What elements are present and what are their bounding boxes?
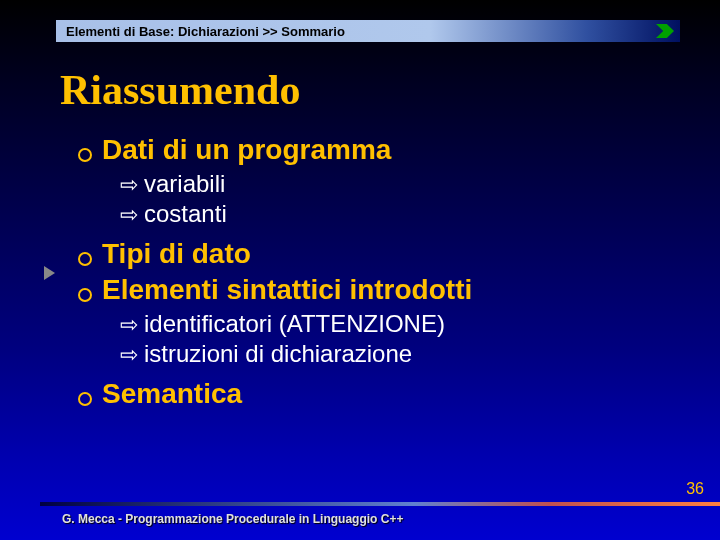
sub-bullet-text: identificatori (ATTENZIONE) xyxy=(144,310,445,338)
arrow-icon: ⇨ xyxy=(120,202,138,228)
sub-bullet-item: ⇨ istruzioni di dichiarazione xyxy=(120,340,680,368)
pointer-icon xyxy=(44,266,55,280)
sub-bullet-text: variabili xyxy=(144,170,225,198)
footer-divider xyxy=(40,502,720,506)
bullet-item: Elementi sintattici introdotti xyxy=(78,274,680,306)
footer-author: G. Mecca - Programmazione Procedurale in… xyxy=(62,512,403,526)
sub-bullet-item: ⇨ costanti xyxy=(120,200,680,228)
bullet-item: Semantica xyxy=(78,378,680,410)
arrow-icon: ⇨ xyxy=(120,172,138,198)
sub-bullet-text: istruzioni di dichiarazione xyxy=(144,340,412,368)
bullet-text: Semantica xyxy=(102,378,242,410)
bullet-circle-icon xyxy=(78,252,92,266)
header-bar: Elementi di Base: Dichiarazioni >> Somma… xyxy=(56,20,680,42)
sub-bullet-item: ⇨ identificatori (ATTENZIONE) xyxy=(120,310,680,338)
bullet-circle-icon xyxy=(78,288,92,302)
arrow-icon: ⇨ xyxy=(120,312,138,338)
arrow-icon: ⇨ xyxy=(120,342,138,368)
bullet-item: Dati di un programma xyxy=(78,134,680,166)
slide-title: Riassumendo xyxy=(60,66,300,114)
bullet-circle-icon xyxy=(78,148,92,162)
bullet-text: Elementi sintattici introdotti xyxy=(102,274,472,306)
next-slide-icon[interactable] xyxy=(656,24,674,38)
breadcrumb: Elementi di Base: Dichiarazioni >> Somma… xyxy=(66,24,345,39)
bullet-item: Tipi di dato xyxy=(78,238,680,270)
slide-content: Dati di un programma ⇨ variabili ⇨ costa… xyxy=(78,134,680,414)
sub-bullet-text: costanti xyxy=(144,200,227,228)
bullet-text: Tipi di dato xyxy=(102,238,251,270)
sub-bullet-item: ⇨ variabili xyxy=(120,170,680,198)
bullet-circle-icon xyxy=(78,392,92,406)
page-number: 36 xyxy=(686,480,704,498)
bullet-text: Dati di un programma xyxy=(102,134,391,166)
